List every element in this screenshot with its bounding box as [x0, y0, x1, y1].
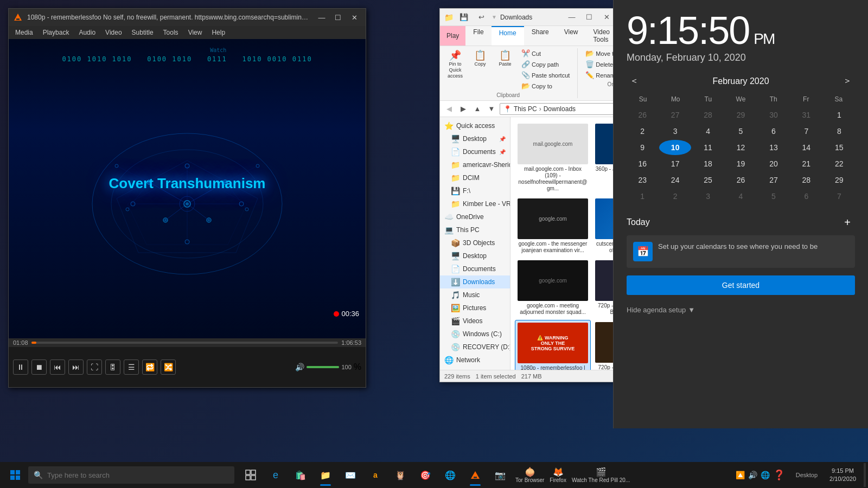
cal-day-4[interactable]: 4 [692, 124, 724, 139]
cal-day-28-prev[interactable]: 28 [692, 107, 724, 123]
start-button[interactable] [2, 462, 28, 488]
explorer-up-button[interactable]: ▲ [471, 103, 483, 115]
sidebar-item-f-drive[interactable]: 💾 F:\ [440, 184, 510, 197]
ribbon-copy-to-button[interactable]: 📂 Copy to [518, 81, 573, 91]
app8-button[interactable]: 🌐 [438, 463, 462, 487]
sidebar-item-3d-objects[interactable]: 📦 3D Objects [440, 236, 510, 249]
ribbon-tab-file[interactable]: File [465, 26, 491, 46]
vlc-maximize-button[interactable]: ☐ [331, 11, 345, 23]
sidebar-item-network[interactable]: 🌐 Network [440, 354, 510, 367]
file-content-area[interactable]: mail.google.com mail.google.com - Inbox … [510, 117, 618, 370]
vlc-close-button[interactable]: ✕ [347, 11, 361, 23]
vlc-random-button[interactable]: 🔀 [161, 359, 176, 375]
vlc-menu-help[interactable]: Help [207, 28, 229, 37]
tor-browser-taskbar-item[interactable]: 🧅 Tor Browser [513, 466, 546, 484]
sidebar-item-documents-pinned[interactable]: 📄 Documents 📌 [440, 145, 510, 158]
cal-day-1-next[interactable]: 1 [627, 189, 658, 204]
cal-day-16[interactable]: 16 [627, 156, 658, 171]
cal-day-6-next[interactable]: 6 [790, 189, 822, 204]
vlc-next-button[interactable]: ⏭ [68, 359, 84, 375]
vlc-minimize-button[interactable]: — [315, 11, 329, 23]
file-explorer-taskbar-button[interactable]: 📁 [314, 463, 337, 487]
explorer-minimize-button[interactable]: — [565, 11, 579, 23]
cal-day-21[interactable]: 21 [790, 156, 822, 171]
cal-day-7[interactable]: 7 [790, 124, 822, 139]
ribbon-cut-button[interactable]: ✂️ Cut [518, 48, 573, 59]
vlc-extended-button[interactable]: 🎛 [105, 359, 120, 375]
amazon-button[interactable]: a [363, 463, 387, 487]
vlc-menu-tools[interactable]: Tools [159, 28, 183, 37]
vlc-stop-button[interactable]: ⏹ [31, 359, 47, 375]
get-started-button[interactable]: Get started [627, 275, 855, 295]
taskbar-search-box[interactable]: 🔍 [28, 466, 234, 484]
ribbon-paste-button[interactable]: 📋 Paste [493, 48, 517, 91]
tray-helpdesk-icon[interactable]: ❓ [773, 469, 785, 481]
vlc-loop-button[interactable]: 🔁 [142, 359, 157, 375]
cal-day-25[interactable]: 25 [692, 172, 724, 188]
vlc-playlist-button[interactable]: ☰ [124, 359, 139, 375]
tray-network-icon[interactable]: 🌐 [761, 471, 770, 479]
cal-day-26-prev[interactable]: 26 [627, 107, 658, 123]
sidebar-item-desktop[interactable]: 🖥️ Desktop [440, 249, 510, 262]
ribbon-paste-shortcut-button[interactable]: 📎 Paste shortcut [518, 70, 573, 80]
cal-day-15[interactable]: 15 [824, 140, 855, 155]
cal-day-29[interactable]: 29 [824, 172, 855, 188]
cal-day-22[interactable]: 22 [824, 156, 855, 171]
sidebar-item-documents[interactable]: 📄 Documents [440, 262, 510, 275]
cal-day-20[interactable]: 20 [758, 156, 789, 171]
cal-day-12[interactable]: 12 [725, 140, 756, 155]
vlc-taskbar-button[interactable] [463, 463, 487, 487]
ribbon-copy-path-button[interactable]: 🔗 Copy path [518, 59, 573, 69]
vlc-menu-subtitle[interactable]: Subtitle [127, 28, 158, 37]
desktop-label-button[interactable]: Desktop [792, 472, 822, 478]
file-item-6[interactable]: ⚠️ WARNINGONLY THESTRONG SURVIVE 1080p -… [515, 320, 591, 370]
ribbon-tab-view[interactable]: View [557, 26, 586, 46]
sidebar-item-pictures[interactable]: 🖼️ Pictures [440, 301, 510, 314]
hide-agenda-button[interactable]: Hide agenda setup ▼ [627, 306, 855, 314]
sidebar-item-quick-access[interactable]: ⭐ Quick access [440, 119, 510, 132]
cal-day-3-next[interactable]: 3 [692, 189, 724, 204]
explorer-recent-button[interactable]: ▼ [486, 103, 497, 115]
cal-day-7-next[interactable]: 7 [824, 189, 855, 204]
cal-day-11[interactable]: 11 [692, 140, 724, 155]
sidebar-item-kimber[interactable]: 📁 Kimber Lee - VR Pac [440, 197, 510, 210]
cal-day-3[interactable]: 3 [659, 124, 691, 139]
cal-day-27[interactable]: 27 [758, 172, 789, 188]
explorer-address-path[interactable]: 📍 This PC › Downloads [500, 103, 615, 115]
watch-film-taskbar-item[interactable]: 🎬 Watch The Red Pill 20... [570, 466, 632, 484]
sidebar-item-downloads[interactable]: ⬇️ Downloads [440, 275, 510, 288]
store-button[interactable]: 🛍️ [289, 463, 312, 487]
cal-day-6[interactable]: 6 [758, 124, 789, 139]
cal-day-28[interactable]: 28 [790, 172, 822, 188]
firefox-taskbar-item[interactable]: 🦊 Firefox [547, 466, 569, 484]
vlc-volume-bar[interactable] [307, 366, 339, 368]
cal-day-23[interactable]: 23 [627, 172, 658, 188]
explorer-close-button[interactable]: ✕ [599, 11, 614, 23]
ribbon-play-button[interactable]: Play [440, 26, 465, 46]
mail-button[interactable]: ✉️ [339, 463, 362, 487]
vlc-video-content[interactable]: 0100 1010 1010 0100 1010 0111 1010 0010 … [9, 39, 366, 338]
app7-button[interactable]: 🎯 [413, 463, 437, 487]
file-item-2[interactable]: google.com google.com - the messenger jo… [515, 196, 591, 256]
cal-day-27-prev[interactable]: 27 [659, 107, 691, 123]
calendar-next-button[interactable]: ＞ [840, 74, 855, 88]
cal-day-10-today[interactable]: 10 [659, 140, 691, 155]
file-item-0[interactable]: mail.google.com mail.google.com - Inbox … [515, 121, 591, 194]
sidebar-item-windows-c[interactable]: 💿 Windows (C:) [440, 328, 510, 341]
ribbon-tab-home[interactable]: Home [492, 26, 524, 46]
cal-day-29-prev[interactable]: 29 [725, 107, 756, 123]
ribbon-tab-share[interactable]: Share [524, 26, 557, 46]
cal-day-2-next[interactable]: 2 [659, 189, 691, 204]
edge-button[interactable]: e [264, 463, 288, 487]
vlc-progress-track[interactable] [31, 342, 339, 344]
vlc-prev-button[interactable]: ⏮ [50, 359, 65, 375]
show-desktop-button[interactable] [864, 463, 866, 487]
taskbar-clock[interactable]: 9:15 PM 2/10/2020 [824, 467, 861, 484]
taskbar-search-input[interactable] [47, 471, 229, 479]
today-add-button[interactable]: + [840, 215, 855, 230]
cal-day-2[interactable]: 2 [627, 124, 658, 139]
cal-day-9[interactable]: 9 [627, 140, 658, 155]
sidebar-item-this-pc[interactable]: 💻 This PC [440, 223, 510, 236]
vlc-menu-view[interactable]: View [184, 28, 207, 37]
explorer-back-button[interactable]: ◀ [443, 103, 455, 115]
